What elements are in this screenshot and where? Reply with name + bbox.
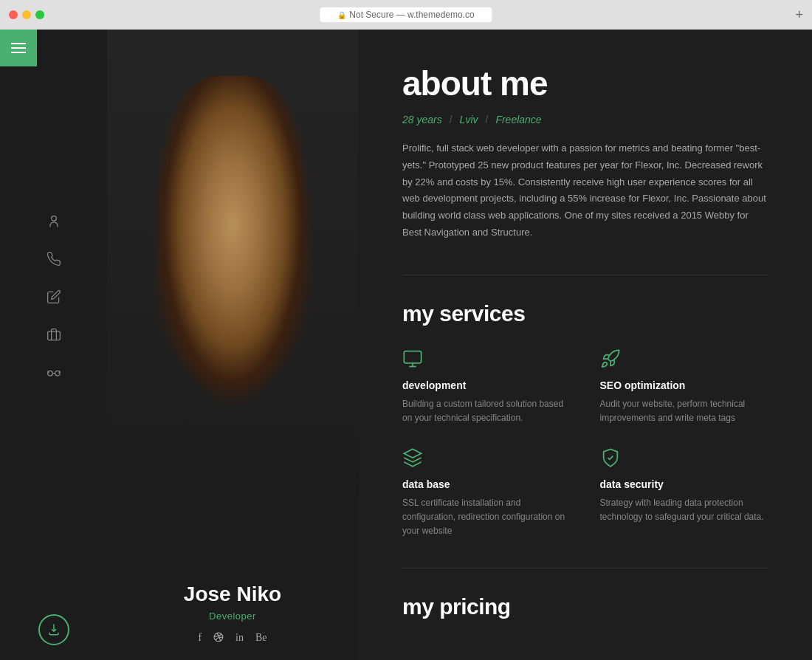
nav-icons: [47, 214, 61, 382]
service-development: development Building a custom tailored s…: [402, 348, 571, 425]
profile-name: Jose Niko: [122, 582, 343, 606]
section-divider-2: [402, 568, 768, 568]
security-icon: [600, 447, 768, 471]
fullscreen-button[interactable]: [35, 10, 44, 19]
url-text: Not Secure — w.themedemo.co: [349, 10, 474, 20]
hamburger-button[interactable]: [0, 30, 37, 66]
lock-icon: 🔒: [337, 11, 346, 19]
development-icon: [402, 348, 571, 372]
profile-role: Developer: [122, 611, 343, 622]
main-content[interactable]: about me 28 years / Lviv / Freelance Pro…: [358, 30, 812, 660]
portrait-image: [107, 30, 358, 612]
about-status: Freelance: [495, 114, 541, 126]
nav-icon-edit[interactable]: [47, 289, 61, 306]
about-age: 28 years: [402, 114, 442, 126]
social-facebook[interactable]: f: [198, 632, 202, 645]
new-tab-button[interactable]: +: [795, 7, 803, 23]
nav-icon-about[interactable]: [47, 365, 61, 382]
download-cv-button[interactable]: [38, 614, 69, 645]
database-icon: [402, 447, 571, 471]
browser-chrome: 🔒 Not Secure — w.themedemo.co +: [0, 0, 812, 30]
svg-rect-1: [47, 331, 60, 340]
services-title: my services: [402, 301, 768, 326]
hamburger-line-3: [11, 52, 26, 53]
about-title: about me: [402, 66, 768, 100]
service-security-name: data security: [600, 478, 768, 490]
svg-marker-8: [404, 449, 421, 458]
traffic-lights: [9, 10, 44, 19]
section-divider-1: [402, 275, 768, 275]
pricing-title: my pricing: [402, 594, 768, 619]
service-development-name: development: [402, 379, 571, 391]
nav-icon-person[interactable]: [47, 214, 61, 231]
meta-sep-1: /: [450, 114, 453, 126]
service-seo-name: SEO optimization: [600, 379, 768, 391]
profile-info: Jose Niko Developer f in Be: [107, 568, 358, 660]
service-database-desc: SSL certificate installation and configu…: [402, 496, 571, 539]
service-seo-desc: Audit your website, perform technical im…: [600, 397, 768, 425]
social-dribbble[interactable]: [213, 632, 224, 645]
profile-photo: [107, 30, 358, 612]
service-development-desc: Building a custom tailored solution base…: [402, 397, 571, 425]
nav-icon-phone[interactable]: [47, 252, 61, 269]
social-links: f in Be: [122, 632, 343, 645]
nav-sidebar: [0, 30, 107, 660]
service-database-name: data base: [402, 478, 571, 490]
services-grid: development Building a custom tailored s…: [402, 348, 768, 539]
svg-rect-5: [404, 351, 421, 362]
minimize-button[interactable]: [22, 10, 31, 19]
nav-icon-portfolio[interactable]: [47, 327, 61, 344]
about-meta: 28 years / Lviv / Freelance: [402, 114, 768, 126]
about-bio: Prolific, full stack web developer with …: [402, 140, 768, 241]
service-security: data security Strategy with leading data…: [600, 447, 768, 539]
social-behance[interactable]: Be: [255, 632, 267, 645]
address-bar[interactable]: 🔒 Not Secure — w.themedemo.co: [320, 7, 492, 22]
service-database: data base SSL certificate installation a…: [402, 447, 571, 539]
service-security-desc: Strategy with leading data protection te…: [600, 496, 768, 524]
close-button[interactable]: [9, 10, 18, 19]
about-city: Lviv: [460, 114, 478, 126]
hamburger-line-2: [11, 47, 26, 49]
profile-card: Jose Niko Developer f in Be: [107, 30, 358, 660]
service-seo: SEO optimization Audit your website, per…: [600, 348, 768, 425]
seo-icon: [600, 348, 768, 372]
browser-window: Jose Niko Developer f in Be about me 28 …: [0, 30, 812, 660]
social-linkedin[interactable]: in: [235, 632, 244, 645]
hamburger-line-1: [11, 43, 26, 44]
svg-point-0: [51, 216, 56, 221]
meta-sep-2: /: [486, 114, 489, 126]
